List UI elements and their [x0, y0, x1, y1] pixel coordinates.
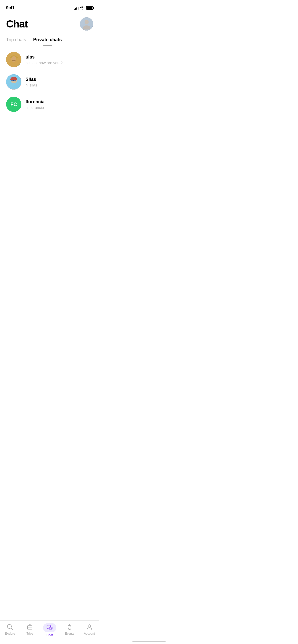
- status-icons: [74, 6, 93, 10]
- chat-name-florencia: florencia: [25, 99, 93, 105]
- status-time: 9:41: [6, 5, 15, 10]
- chat-preview-ulas: hi ulas, how are you ?: [25, 61, 93, 65]
- svg-rect-7: [11, 80, 13, 81]
- page-header: Chat: [0, 12, 99, 35]
- wifi-icon: [80, 6, 85, 10]
- svg-rect-9: [13, 80, 14, 81]
- chat-content-florencia: florencia hi florancia: [25, 99, 93, 110]
- avatar-florencia: FC: [6, 97, 21, 112]
- chat-item-silas[interactable]: Silas hi silas: [0, 71, 99, 93]
- chat-content-ulas: ulas hi ulas, how are you ?: [25, 54, 93, 65]
- svg-point-1: [85, 20, 89, 24]
- user-avatar[interactable]: [80, 17, 93, 31]
- signal-bars-icon: [74, 6, 78, 10]
- tab-bar: Trip chats Private chats: [0, 35, 99, 46]
- page-title: Chat: [6, 18, 28, 30]
- chat-item-florencia[interactable]: FC florencia hi florancia: [0, 93, 99, 115]
- chat-list: ulas hi ulas, how are you ?: [0, 46, 99, 118]
- chat-preview-florencia: hi florancia: [25, 105, 93, 110]
- chat-preview-silas: hi silas: [25, 83, 93, 87]
- tab-trip-chats[interactable]: Trip chats: [6, 35, 26, 46]
- chat-item-ulas[interactable]: ulas hi ulas, how are you ?: [0, 48, 99, 71]
- svg-rect-8: [14, 80, 16, 81]
- battery-icon: [86, 6, 93, 10]
- avatar-ulas: [6, 52, 21, 67]
- status-bar: 9:41: [0, 0, 99, 12]
- tab-private-chats[interactable]: Private chats: [33, 35, 62, 46]
- chat-name-silas: Silas: [25, 77, 93, 82]
- chat-name-ulas: ulas: [25, 54, 93, 60]
- chat-content-silas: Silas hi silas: [25, 77, 93, 87]
- avatar-silas: [6, 74, 21, 90]
